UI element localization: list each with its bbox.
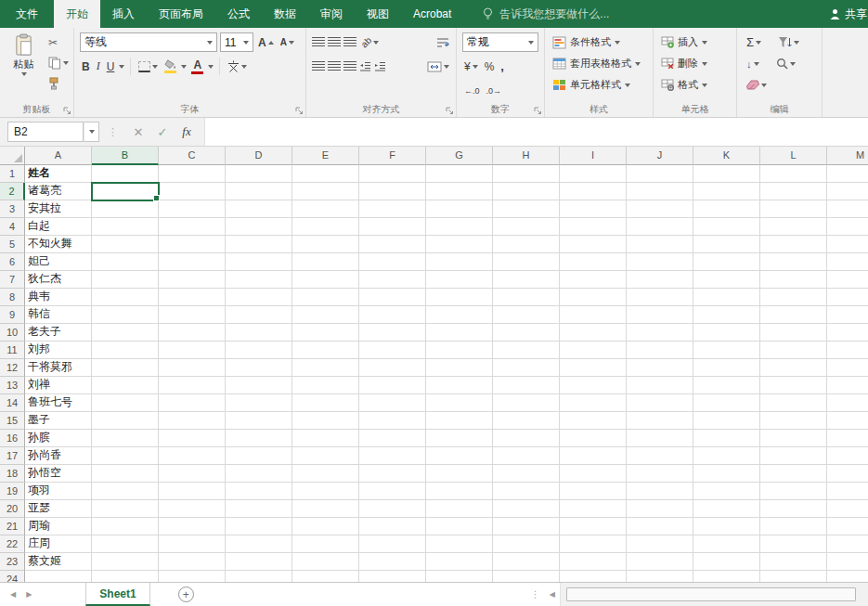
cell-D11[interactable]	[226, 342, 292, 359]
cell-F1[interactable]	[359, 165, 426, 183]
cell-J17[interactable]	[627, 447, 693, 465]
cell-D3[interactable]	[226, 200, 292, 218]
cell-H19[interactable]	[493, 483, 560, 500]
align-right-button[interactable]	[343, 61, 356, 71]
cell-L14[interactable]	[760, 394, 827, 412]
cell-L9[interactable]	[760, 306, 827, 324]
cell-D21[interactable]	[226, 518, 292, 535]
cell-D15[interactable]	[226, 412, 292, 430]
cell-K7[interactable]	[693, 271, 760, 289]
cell-A5[interactable]: 不知火舞	[25, 236, 92, 253]
cell-C9[interactable]	[159, 306, 226, 324]
cell-J13[interactable]	[627, 377, 693, 394]
percent-format-button[interactable]: %	[483, 59, 497, 74]
cell-E5[interactable]	[292, 236, 359, 253]
format-cells-button[interactable]: 格式	[659, 75, 732, 95]
cell-M12[interactable]	[827, 359, 868, 377]
font-size-select[interactable]: 11	[220, 32, 253, 52]
cell-M24[interactable]	[827, 571, 868, 582]
cell-D1[interactable]	[226, 165, 292, 183]
cell-D5[interactable]	[226, 236, 292, 253]
align-center-button[interactable]	[328, 61, 341, 71]
cell-K12[interactable]	[693, 359, 760, 377]
column-header-C[interactable]: C	[159, 147, 226, 165]
cell-A1[interactable]: 姓名	[25, 165, 92, 183]
cell-L23[interactable]	[760, 553, 827, 571]
cell-D23[interactable]	[226, 553, 292, 571]
cell-M10[interactable]	[827, 324, 868, 342]
cell-J24[interactable]	[627, 571, 693, 582]
cell-K16[interactable]	[693, 430, 760, 447]
row-header-10[interactable]: 10	[0, 324, 25, 342]
cell-K15[interactable]	[693, 412, 760, 430]
row-header-12[interactable]: 12	[0, 359, 25, 377]
cell-I18[interactable]	[560, 465, 627, 483]
fill-button[interactable]: ↓	[745, 58, 761, 71]
cell-G11[interactable]	[426, 342, 493, 359]
cell-A2[interactable]: 诸葛亮	[25, 183, 92, 200]
cell-C11[interactable]	[159, 342, 226, 359]
ribbon-tab-插入[interactable]: 插入	[100, 0, 147, 28]
cell-B4[interactable]	[92, 218, 159, 236]
cell-D2[interactable]	[226, 183, 292, 200]
cell-M7[interactable]	[827, 271, 868, 289]
cell-G22[interactable]	[426, 535, 493, 553]
row-header-17[interactable]: 17	[0, 447, 25, 465]
cell-B21[interactable]	[92, 518, 159, 535]
cell-K18[interactable]	[693, 465, 760, 483]
currency-format-button[interactable]: ¥	[462, 59, 480, 74]
cell-A15[interactable]: 墨子	[25, 412, 92, 430]
cell-K17[interactable]	[693, 447, 760, 465]
name-box[interactable]: B2	[7, 122, 84, 142]
cell-D7[interactable]	[226, 271, 292, 289]
cell-J7[interactable]	[627, 271, 693, 289]
cell-J8[interactable]	[627, 289, 693, 306]
cell-styles-button[interactable]: 单元格样式	[551, 75, 648, 95]
cell-E22[interactable]	[292, 535, 359, 553]
cell-E11[interactable]	[292, 342, 359, 359]
cell-L21[interactable]	[760, 518, 827, 535]
cell-F20[interactable]	[359, 500, 426, 518]
cell-I19[interactable]	[560, 483, 627, 500]
cell-M8[interactable]	[827, 289, 868, 306]
cell-M5[interactable]	[827, 236, 868, 253]
cell-G3[interactable]	[426, 200, 493, 218]
cell-K24[interactable]	[693, 571, 760, 582]
wrap-text-button[interactable]	[434, 36, 451, 49]
cell-I16[interactable]	[560, 430, 627, 447]
cell-C17[interactable]	[159, 447, 226, 465]
ribbon-tab-公式[interactable]: 公式	[215, 0, 262, 28]
cell-A3[interactable]: 安其拉	[25, 200, 92, 218]
cell-E16[interactable]	[292, 430, 359, 447]
row-header-20[interactable]: 20	[0, 500, 25, 518]
row-header-2[interactable]: 2	[0, 183, 25, 200]
cell-I6[interactable]	[560, 253, 627, 271]
cell-G7[interactable]	[426, 271, 493, 289]
cell-B17[interactable]	[92, 447, 159, 465]
column-header-H[interactable]: H	[493, 147, 560, 165]
cell-M22[interactable]	[827, 535, 868, 553]
row-header-9[interactable]: 9	[0, 306, 25, 324]
row-header-7[interactable]: 7	[0, 271, 25, 289]
cell-C10[interactable]	[159, 324, 226, 342]
cell-H5[interactable]	[493, 236, 560, 253]
cell-H6[interactable]	[493, 253, 560, 271]
cell-A4[interactable]: 白起	[25, 218, 92, 236]
cell-E1[interactable]	[292, 165, 359, 183]
cell-I22[interactable]	[560, 535, 627, 553]
cell-A10[interactable]: 老夫子	[25, 324, 92, 342]
cell-F15[interactable]	[359, 412, 426, 430]
cell-J22[interactable]	[627, 535, 693, 553]
cell-H3[interactable]	[493, 200, 560, 218]
format-painter-button[interactable]	[48, 76, 69, 91]
cell-K3[interactable]	[693, 200, 760, 218]
cell-C8[interactable]	[159, 289, 226, 306]
font-name-select[interactable]: 等线	[80, 32, 217, 52]
cell-B11[interactable]	[92, 342, 159, 359]
cell-L13[interactable]	[760, 377, 827, 394]
cell-C21[interactable]	[159, 518, 226, 535]
cell-A16[interactable]: 孙膑	[25, 430, 92, 447]
cell-J14[interactable]	[627, 394, 693, 412]
cell-L7[interactable]	[760, 271, 827, 289]
cell-C13[interactable]	[159, 377, 226, 394]
